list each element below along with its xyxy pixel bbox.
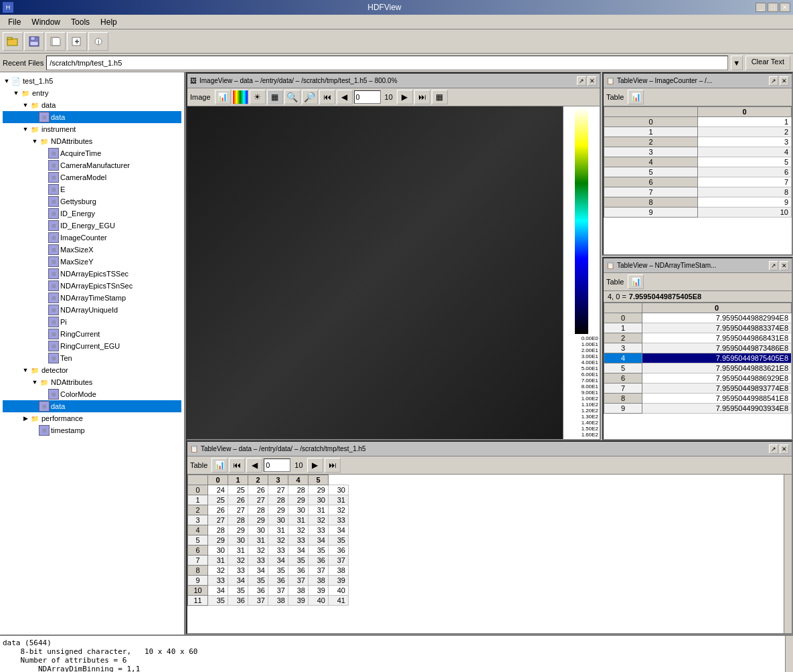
table-cell[interactable]: 33 bbox=[268, 545, 288, 556]
table-cell[interactable]: 39 bbox=[288, 596, 309, 606]
table-cell[interactable]: 29 bbox=[248, 515, 268, 525]
tree-item-data-dataset[interactable]: ⊞ data bbox=[3, 111, 181, 123]
tree-toggle[interactable]: ▼ bbox=[12, 90, 20, 96]
properties-button[interactable]: i bbox=[88, 32, 108, 51]
tree-item-ndarrayepicstssec[interactable]: ⊞ NDArrayEpicsTSSec bbox=[3, 268, 181, 280]
table-cell[interactable]: 3 bbox=[698, 137, 792, 147]
table-cell[interactable]: 7.95950449873486E8 bbox=[642, 343, 792, 353]
table-cell[interactable]: 29 bbox=[288, 495, 309, 505]
frame-input[interactable] bbox=[354, 90, 381, 104]
menu-window[interactable]: Window bbox=[26, 16, 66, 28]
imagecounter-close-button[interactable]: ✕ bbox=[780, 76, 789, 86]
table-cell[interactable]: 26 bbox=[208, 505, 228, 515]
table-cell[interactable]: 37 bbox=[248, 596, 268, 606]
tree-item-acquiretime[interactable]: ⊞ AcquireTime bbox=[3, 147, 181, 159]
table-cell[interactable]: 32 bbox=[228, 556, 248, 566]
table-cell[interactable]: 41 bbox=[329, 596, 349, 606]
table-cell[interactable]: 9 bbox=[698, 197, 792, 207]
table-cell[interactable]: 35 bbox=[268, 566, 288, 576]
timestamp-expand-button[interactable]: ↗ bbox=[769, 261, 778, 270]
table-cell[interactable]: 33 bbox=[228, 566, 248, 576]
table-cell[interactable]: 7.95950449893774E8 bbox=[642, 384, 792, 394]
table-cell[interactable]: 30 bbox=[309, 495, 329, 505]
table-cell[interactable]: 36 bbox=[248, 586, 268, 596]
next-page-button[interactable]: ▶ bbox=[307, 458, 323, 473]
table-cell[interactable]: 7.95950449883374E8 bbox=[642, 323, 792, 333]
table-cell[interactable]: 29 bbox=[228, 525, 248, 535]
table-cell[interactable]: 25 bbox=[228, 485, 248, 495]
table-cell[interactable]: 30 bbox=[329, 485, 349, 495]
page-input[interactable] bbox=[264, 458, 290, 472]
tree-item-id-energy[interactable]: ⊞ ID_Energy bbox=[3, 207, 181, 220]
table-cell[interactable]: 28 bbox=[208, 525, 228, 535]
table-cell[interactable]: 40 bbox=[309, 596, 329, 606]
tree-item-maxsizey[interactable]: ⊞ MaxSizeY bbox=[3, 256, 181, 268]
table-cell[interactable]: 27 bbox=[248, 495, 268, 505]
table-cell[interactable]: 34 bbox=[309, 535, 329, 545]
table-cell[interactable]: 37 bbox=[309, 566, 329, 576]
tree-item-instrument[interactable]: ▼ 📁 instrument bbox=[3, 123, 181, 135]
tree-toggle[interactable]: ▼ bbox=[31, 138, 39, 145]
clear-text-button[interactable]: Clear Text bbox=[745, 56, 790, 70]
grid-button[interactable]: ▦ bbox=[432, 90, 448, 104]
table-cell[interactable]: 35 bbox=[228, 586, 248, 596]
close-button[interactable]: ✕ bbox=[780, 3, 790, 12]
back-button[interactable]: ◀ bbox=[337, 90, 353, 104]
table-cell[interactable]: 27 bbox=[208, 515, 228, 525]
table-cell[interactable]: 33 bbox=[329, 515, 349, 525]
table-cell[interactable]: 34 bbox=[208, 586, 228, 596]
menu-help[interactable]: Help bbox=[95, 16, 122, 28]
table-cell[interactable]: 27 bbox=[228, 505, 248, 515]
filepath-dropdown[interactable]: ▼ bbox=[731, 56, 743, 70]
table-cell[interactable]: 29 bbox=[208, 535, 228, 545]
table-cell[interactable]: 7.95950449886929E8 bbox=[642, 373, 792, 384]
table-cell[interactable]: 26 bbox=[248, 485, 268, 495]
table-cell[interactable]: 38 bbox=[268, 596, 288, 606]
first-page-button[interactable]: ⏮ bbox=[229, 458, 245, 473]
tree-item-pi[interactable]: ⊞ Pi bbox=[3, 316, 181, 328]
tree-toggle[interactable]: ▼ bbox=[31, 379, 39, 386]
table-cell[interactable]: 34 bbox=[288, 545, 309, 556]
tree-item-imagecounter[interactable]: ⊞ ImageCounter bbox=[3, 232, 181, 244]
table-cell[interactable]: 35 bbox=[248, 576, 268, 586]
last-page-button[interactable]: ⏭ bbox=[325, 458, 341, 473]
table-cell[interactable]: 32 bbox=[268, 535, 288, 545]
table-cell[interactable]: 37 bbox=[288, 576, 309, 586]
tree-item-entry[interactable]: ▼ 📁 entry bbox=[3, 87, 181, 99]
tree-toggle[interactable]: ▼ bbox=[21, 126, 29, 133]
table-cell[interactable]: 33 bbox=[309, 525, 329, 535]
tree-item-ndarrayuniqueid[interactable]: ⊞ NDArrayUniqueId bbox=[3, 304, 181, 316]
table-cell[interactable]: 28 bbox=[228, 515, 248, 525]
table-cell[interactable]: 1 bbox=[698, 117, 792, 127]
chart-button3[interactable]: 📊 bbox=[628, 274, 644, 289]
table-cell[interactable]: 34 bbox=[228, 576, 248, 586]
tree-item-data-dataset2[interactable]: ⊞ data bbox=[3, 400, 181, 412]
table-cell[interactable]: 27 bbox=[268, 485, 288, 495]
maximize-button[interactable]: □ bbox=[768, 3, 778, 12]
menu-file[interactable]: File bbox=[3, 16, 26, 28]
tree-toggle[interactable]: ▼ bbox=[21, 367, 29, 373]
table-cell[interactable]: 7.95950449882994E8 bbox=[642, 313, 792, 323]
table-cell[interactable]: 26 bbox=[228, 495, 248, 505]
table-cell[interactable]: 33 bbox=[248, 556, 268, 566]
table-cell[interactable]: 31 bbox=[228, 545, 248, 556]
table-cell[interactable]: 39 bbox=[309, 586, 329, 596]
timestamp-table[interactable]: 0 07.95950449882994E817.95950449883374E8… bbox=[604, 303, 792, 439]
table-data-expand-button[interactable]: ↗ bbox=[769, 444, 778, 454]
data-table-content[interactable]: 0 1 2 3 4 5 0242526272829301252627282930… bbox=[187, 475, 784, 633]
table-cell[interactable]: 40 bbox=[329, 586, 349, 596]
tree-item-cameramodel[interactable]: ⊞ CameraModel bbox=[3, 171, 181, 183]
table-cell[interactable]: 28 bbox=[288, 485, 309, 495]
table-cell[interactable]: 36 bbox=[329, 545, 349, 556]
table-cell[interactable]: 6 bbox=[698, 167, 792, 177]
tree-item-gettysburg[interactable]: ⊞ Gettysburg bbox=[3, 195, 181, 207]
table-cell[interactable]: 34 bbox=[248, 566, 268, 576]
filepath-input[interactable] bbox=[46, 56, 728, 70]
tree-item-ndarrayepicstsnsec[interactable]: ⊞ NDArrayEpicsTSnSec bbox=[3, 280, 181, 292]
table-cell[interactable]: 31 bbox=[329, 495, 349, 505]
chart-button2[interactable]: 📊 bbox=[628, 90, 644, 104]
table-cell[interactable]: 35 bbox=[309, 545, 329, 556]
tree-item-data-group[interactable]: ▼ 📁 data bbox=[3, 99, 181, 111]
table-cell[interactable]: 30 bbox=[208, 545, 228, 556]
table-cell[interactable]: 30 bbox=[248, 525, 268, 535]
